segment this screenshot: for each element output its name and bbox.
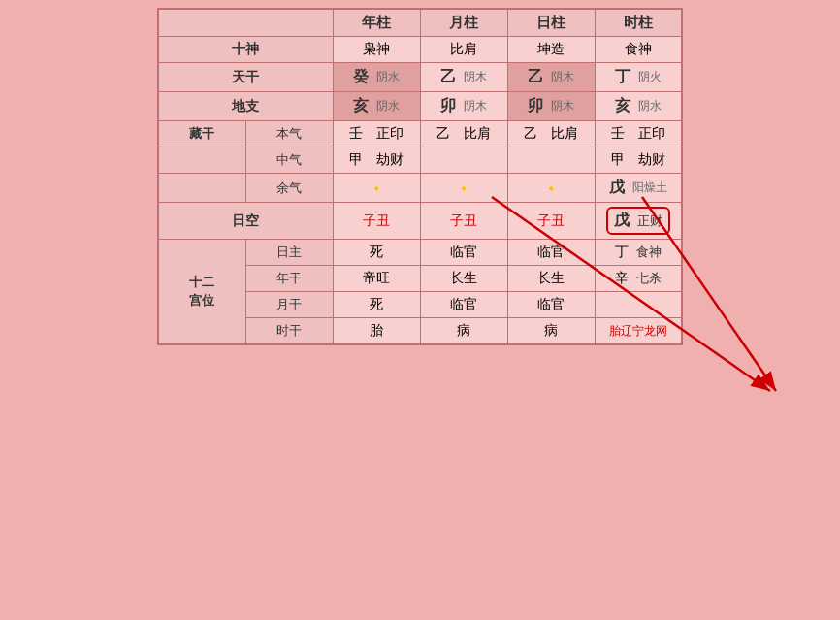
shier-label: 十二宫位 xyxy=(158,240,245,345)
yuqi-yue: ✦ xyxy=(420,174,507,203)
zanggan-benqi-row: 藏干 本气 壬 正印 乙 比肩 乙 比肩 壬 正印 xyxy=(158,121,682,147)
yuqi-label: 余气 xyxy=(245,174,333,203)
tiangan-shi-attr: 阴火 xyxy=(638,69,662,85)
yuqi-shi: 戊 阳燥土 xyxy=(595,174,682,203)
rikong-shi-char: 戊 xyxy=(614,211,630,231)
zhongqi-nian: 甲 劫财 xyxy=(333,147,420,174)
header-ri: 日柱 xyxy=(507,9,595,37)
shier-shigan-yue: 病 xyxy=(420,318,507,345)
tiangan-ri: 乙 阴木 xyxy=(507,63,595,92)
dizhi-nian-char: 亥 xyxy=(353,96,369,116)
rikong-ri: 子丑 xyxy=(507,203,595,240)
yuqi-shi-char: 戊 xyxy=(609,178,625,198)
benqi-nian: 壬 正印 xyxy=(333,121,420,147)
dizhi-shi-char: 亥 xyxy=(615,96,630,116)
header-yue: 月柱 xyxy=(420,9,507,37)
yuqi-label-empty xyxy=(158,174,245,203)
shier-sub-yuegan: 月干 xyxy=(245,292,333,318)
shier-sub-shigan: 时干 xyxy=(245,318,333,345)
shier-shigan-shi: 胎辽宁龙网 xyxy=(595,318,682,345)
shier-rizhu-shi: 丁 食神 xyxy=(595,240,682,266)
watermark-inline: 胎辽宁龙网 xyxy=(609,324,667,338)
dizhi-nian-attr: 阴水 xyxy=(376,98,400,114)
dizhi-shi: 亥 阴水 xyxy=(595,92,682,121)
shier-niangan-nian: 帝旺 xyxy=(333,266,420,292)
stars-nian: ✦ xyxy=(372,183,380,194)
stars-yue: ✦ xyxy=(460,183,468,194)
tiangan-shi: 丁 阴火 xyxy=(595,63,682,92)
zhongqi-row: 中气 甲 劫财 甲 劫财 xyxy=(158,147,682,174)
dizhi-yue-char: 卯 xyxy=(440,96,456,116)
shier-sub-rizhu: 日主 xyxy=(245,240,333,266)
tiangan-label: 天干 xyxy=(158,63,333,92)
shier-shi-d2-char: 辛 xyxy=(615,270,629,287)
dizhi-shi-attr: 阴水 xyxy=(638,98,662,114)
shier-shi-d1-char: 丁 xyxy=(615,244,629,261)
rikong-yue: 子丑 xyxy=(420,203,507,240)
shishen-row: 十神 枭神 比肩 坤造 食神 xyxy=(158,37,682,63)
shishen-ri: 坤造 xyxy=(507,37,595,63)
shier-sub-niangan: 年干 xyxy=(245,266,333,292)
zhongqi-ri xyxy=(507,147,595,174)
tiangan-nian: 癸 阴水 xyxy=(333,63,420,92)
header-nian: 年柱 xyxy=(333,9,420,37)
dizhi-yue-attr: 阴木 xyxy=(464,98,487,114)
benqi-shi: 壬 正印 xyxy=(595,121,682,147)
yuqi-ri: ✦ xyxy=(507,174,595,203)
dizhi-yue: 卯 阴木 xyxy=(420,92,507,121)
zhongqi-label: 中气 xyxy=(245,147,333,174)
tiangan-row: 天干 癸 阴水 乙 阴木 乙 阴木 xyxy=(158,63,682,92)
header-empty xyxy=(158,9,333,37)
shishen-yue: 比肩 xyxy=(420,37,507,63)
shier-shi-d1-desc: 食神 xyxy=(636,244,662,261)
zhongqi-shi: 甲 劫财 xyxy=(595,147,682,174)
shishen-label: 十神 xyxy=(158,37,333,63)
shier-yuegan-yue: 临官 xyxy=(420,292,507,318)
main-table: 年柱 月柱 日柱 时柱 十神 枭神 比肩 坤造 食神 天干 癸 阴水 xyxy=(157,8,683,345)
header-row: 年柱 月柱 日柱 时柱 xyxy=(158,9,682,37)
benqi-label: 本气 xyxy=(245,121,333,147)
shier-rizhu-yue: 临官 xyxy=(420,240,507,266)
tiangan-nian-attr: 阴水 xyxy=(376,69,400,85)
shier-yuegan-ri: 临官 xyxy=(507,292,595,318)
dizhi-label: 地支 xyxy=(158,92,333,121)
dizhi-ri-attr: 阴木 xyxy=(551,98,574,114)
shier-header-row: 十二宫位 日主 死 临官 临官 丁 食神 xyxy=(158,240,682,266)
tiangan-shi-char: 丁 xyxy=(615,67,630,87)
dizhi-row: 地支 亥 阴水 卯 阴木 卯 阴木 xyxy=(158,92,682,121)
zhongqi-yue xyxy=(420,147,507,174)
shier-yuegan-nian: 死 xyxy=(333,292,420,318)
shishen-shi: 食神 xyxy=(595,37,682,63)
zanggan-label: 藏干 xyxy=(158,121,245,147)
dizhi-nian: 亥 阴水 xyxy=(333,92,420,121)
yuqi-row: 余气 ✦ ✦ ✦ 戊 阳燥土 xyxy=(158,174,682,203)
shier-rizhu-nian: 死 xyxy=(333,240,420,266)
shier-yuegan-shi xyxy=(595,292,682,318)
zhongqi-label-empty xyxy=(158,147,245,174)
rikong-shi: 戊 正财 xyxy=(595,203,682,240)
benqi-yue: 乙 比肩 xyxy=(420,121,507,147)
benqi-ri: 乙 比肩 xyxy=(507,121,595,147)
shishen-nian: 枭神 xyxy=(333,37,420,63)
tiangan-ri-attr: 阴木 xyxy=(551,69,574,85)
header-shi: 时柱 xyxy=(595,9,682,37)
yuqi-shi-attr: 阳燥土 xyxy=(632,179,667,196)
rikong-label: 日空 xyxy=(158,203,333,240)
tiangan-ri-char: 乙 xyxy=(528,67,543,87)
dizhi-ri-char: 卯 xyxy=(528,96,543,116)
rikong-row: 日空 子丑 子丑 子丑 戊 正财 xyxy=(158,203,682,240)
rikong-nian: 子丑 xyxy=(333,203,420,240)
rikong-shi-desc: 正财 xyxy=(637,212,662,230)
shier-shigan-nian: 胎 xyxy=(333,318,420,345)
tiangan-yue-char: 乙 xyxy=(440,67,456,87)
stars-ri: ✦ xyxy=(547,183,555,194)
yuqi-nian: ✦ xyxy=(333,174,420,203)
shier-niangan-shi: 辛 七杀 xyxy=(595,266,682,292)
tiangan-yue-attr: 阴木 xyxy=(464,69,487,85)
dizhi-ri: 卯 阴木 xyxy=(507,92,595,121)
tiangan-nian-char: 癸 xyxy=(353,67,369,87)
shier-niangan-yue: 长生 xyxy=(420,266,507,292)
shier-shi-d2-desc: 七杀 xyxy=(636,270,662,287)
shier-niangan-ri: 长生 xyxy=(507,266,595,292)
tiangan-yue: 乙 阴木 xyxy=(420,63,507,92)
